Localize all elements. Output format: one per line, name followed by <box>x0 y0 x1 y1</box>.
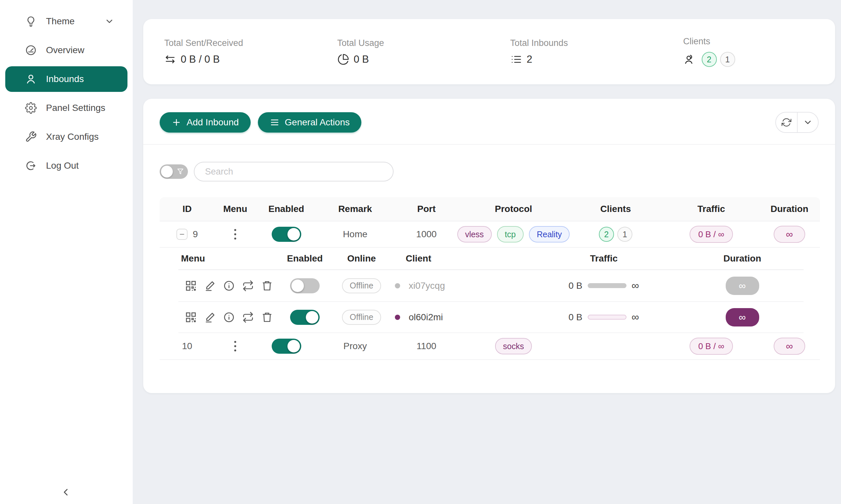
chevron-down-icon <box>104 16 114 26</box>
sidebar-item-xray-configs[interactable]: Xray Configs <box>5 124 127 150</box>
sidebar-item-theme[interactable]: Theme <box>5 8 127 34</box>
lightbulb-icon <box>25 15 37 27</box>
sidebar-item-panel-settings[interactable]: Panel Settings <box>5 95 127 121</box>
qrcode-button[interactable] <box>185 311 197 323</box>
traffic-progress-bar <box>588 283 627 288</box>
list-icon <box>510 53 522 65</box>
traffic-limit: ∞ <box>632 280 639 292</box>
info-button[interactable] <box>223 280 235 292</box>
stats-card: Total Sent/Received 0 B / 0 B Total Usag… <box>143 19 835 84</box>
row-menu-button[interactable] <box>232 227 238 241</box>
inbounds-card: Add Inbound General Actions <box>143 99 835 393</box>
stat-value: 2 <box>527 53 532 65</box>
minus-icon <box>179 231 185 237</box>
general-actions-button[interactable]: General Actions <box>258 112 362 132</box>
online-status-badge: Offline <box>342 310 381 325</box>
row-clients-online-badge: 2 <box>599 227 614 242</box>
main-content: Total Sent/Received 0 B / 0 B Total Usag… <box>133 0 841 504</box>
stat-total-usage: Total Usage 0 B <box>316 38 490 65</box>
inbound-id: 10 <box>160 341 214 352</box>
sidebar-item-label: Overview <box>46 45 84 55</box>
clients-deactive-badge: 1 <box>720 52 735 67</box>
client-status-dot <box>395 315 400 320</box>
qrcode-button[interactable] <box>185 280 197 292</box>
subcol-header-enabled: Enabled <box>277 253 333 264</box>
client-enabled-toggle[interactable] <box>290 310 320 325</box>
collapse-row-button[interactable] <box>176 229 188 240</box>
sidebar-item-overview[interactable]: Overview <box>5 37 127 63</box>
refresh-button[interactable] <box>776 112 797 132</box>
client-subtable: Menu Enabled Online Client Traffic Durat… <box>178 248 804 333</box>
col-header-menu: Menu <box>214 204 256 214</box>
client-row: Offline ol60i2mi 0 B ∞ ∞ <box>178 301 804 332</box>
hamburger-icon <box>270 118 279 127</box>
protocol-tag: socks <box>495 338 532 354</box>
edit-button[interactable] <box>204 311 216 323</box>
general-actions-label: General Actions <box>285 117 350 128</box>
inbounds-table: ID Menu Enabled Remark Port Protocol Cli… <box>160 197 820 360</box>
stat-label: Total Sent/Received <box>164 38 316 48</box>
add-inbound-label: Add Inbound <box>187 117 239 128</box>
protocol-tag: Reality <box>529 226 570 242</box>
delete-button[interactable] <box>261 280 273 292</box>
reset-traffic-button[interactable] <box>242 280 254 292</box>
protocol-tag: vless <box>457 226 492 242</box>
stat-label: Clients <box>683 36 836 47</box>
refresh-split-button <box>775 112 819 133</box>
filter-toggle[interactable] <box>160 164 188 179</box>
sidebar-item-log-out[interactable]: Log Out <box>5 153 127 179</box>
online-status-badge: Offline <box>342 278 381 293</box>
traffic-limit: ∞ <box>632 311 639 323</box>
stat-clients: Clients 2 1 <box>662 36 836 67</box>
row-menu-button[interactable] <box>232 339 238 354</box>
stat-total-sent-received: Total Sent/Received 0 B / 0 B <box>143 38 316 65</box>
sidebar-item-label: Panel Settings <box>46 103 105 113</box>
table-header-row: ID Menu Enabled Remark Port Protocol Cli… <box>160 197 820 221</box>
inbound-enabled-toggle[interactable] <box>272 227 301 242</box>
subcol-header-duration: Duration <box>681 253 804 264</box>
reset-traffic-button[interactable] <box>242 311 254 323</box>
stat-value: 0 B <box>354 53 369 65</box>
gear-icon <box>25 102 37 114</box>
subcol-header-traffic: Traffic <box>527 253 681 264</box>
add-inbound-button[interactable]: Add Inbound <box>160 112 251 132</box>
duration-pill: ∞ <box>774 226 805 243</box>
edit-button[interactable] <box>204 280 216 292</box>
col-header-remark: Remark <box>317 204 394 214</box>
sidebar-item-inbounds[interactable]: Inbounds <box>5 66 127 92</box>
client-name: xi07ycqg <box>409 281 445 291</box>
col-header-enabled: Enabled <box>256 204 317 214</box>
inbound-id: 9 <box>193 229 198 239</box>
inbound-port: 1100 <box>394 341 459 352</box>
clients-online-badge: 2 <box>702 52 717 67</box>
col-header-port: Port <box>394 204 459 214</box>
plus-icon <box>171 118 181 127</box>
stat-label: Total Inbounds <box>510 38 662 48</box>
client-duration-pill: ∞ <box>726 276 759 295</box>
inbound-row-9: 9 Home 1000 vless tcp Reality 2 1 <box>160 221 820 248</box>
search-input[interactable] <box>194 162 394 181</box>
sidebar-item-label: Inbounds <box>46 74 84 84</box>
delete-button[interactable] <box>261 311 273 323</box>
user-icon <box>25 73 37 85</box>
refresh-interval-dropdown[interactable] <box>797 112 818 132</box>
protocol-tag: tcp <box>497 226 524 242</box>
col-header-protocol: Protocol <box>459 204 568 214</box>
subcol-header-client: Client <box>390 253 527 264</box>
sidebar-collapse-button[interactable] <box>58 485 73 499</box>
team-icon <box>683 53 695 65</box>
sidebar-item-label: Theme <box>46 16 74 26</box>
toolbar: Add Inbound General Actions <box>143 99 835 145</box>
subcol-header-online: Online <box>333 253 390 264</box>
traffic-progress-bar <box>588 315 627 320</box>
duration-pill: ∞ <box>774 338 805 355</box>
inbound-enabled-toggle[interactable] <box>272 339 301 354</box>
inbound-row-10: 10 Proxy 1100 socks 0 B / ∞ ∞ <box>160 333 820 360</box>
subcol-header-menu: Menu <box>178 253 277 264</box>
inbound-remark: Proxy <box>317 341 394 352</box>
stat-value: 0 B / 0 B <box>181 53 220 65</box>
info-button[interactable] <box>223 311 235 323</box>
client-status-dot <box>395 283 400 288</box>
client-enabled-toggle[interactable] <box>290 278 320 293</box>
pie-chart-icon <box>337 53 349 65</box>
